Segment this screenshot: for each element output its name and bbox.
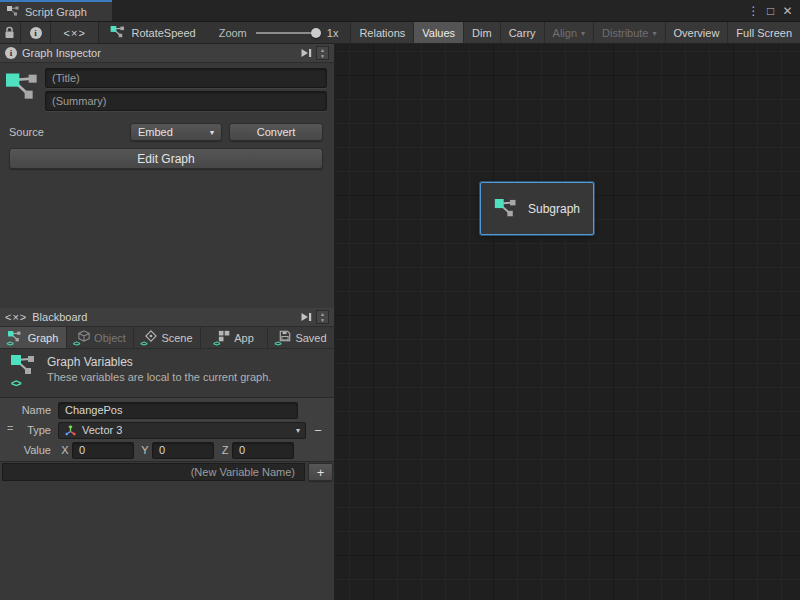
tab-saved-label: Saved (295, 332, 326, 344)
variable-item-changepos: Name = Type Vector 3 ▾ − Value X Y Z (0, 397, 334, 462)
x-value-input[interactable] (72, 442, 134, 459)
source-label: Source (9, 126, 130, 138)
code-view-button[interactable]: <×> (51, 22, 99, 43)
drag-handle[interactable]: = (7, 422, 13, 434)
align-label: Align (553, 27, 577, 39)
code-brackets-icon: <> (11, 378, 21, 389)
subgraph-icon (494, 199, 517, 219)
inspect-button[interactable]: i (21, 22, 51, 43)
saved-icon: <> (275, 330, 291, 345)
node-label: Subgraph (528, 202, 580, 216)
meta-fields (45, 68, 327, 112)
graph-title-input[interactable] (45, 68, 327, 88)
blackboard-icon: <×> (5, 311, 27, 323)
script-graph-window: Script Graph ⋮ □ ✕ i <×> RotateSpeed Zoo… (0, 0, 800, 600)
tab-strip: Script Graph ⋮ □ ✕ (0, 0, 800, 22)
graph-variables-icon: <> (8, 330, 24, 345)
full-screen-button[interactable]: Full Screen (727, 22, 800, 43)
graph-canvas[interactable]: Subgraph (335, 44, 800, 600)
tab-title: Script Graph (25, 6, 87, 18)
carry-button[interactable]: Carry (500, 22, 544, 43)
sidebar-panel: i Graph Inspector ▲ ▼ Source Em (0, 44, 335, 600)
breadcrumb-label: RotateSpeed (131, 27, 195, 39)
tab-app-label: App (234, 332, 254, 344)
menu-icon[interactable]: ⋮ (745, 4, 762, 18)
section-subtitle: These variables are local to the current… (47, 370, 271, 384)
lock-button[interactable] (0, 22, 21, 43)
add-variable-button[interactable]: + (308, 463, 333, 481)
code-brackets-icon: <> (213, 340, 219, 347)
code-brackets-icon: <> (140, 340, 146, 347)
scroll-spinner[interactable]: ▲ ▼ (316, 46, 329, 60)
name-label: Name (0, 404, 58, 416)
section-title: Graph Variables (47, 355, 271, 370)
graph-variables-text: Graph Variables These variables are loca… (47, 355, 271, 396)
tab-object[interactable]: <> Object (67, 327, 134, 349)
down-arrow-icon[interactable]: ▼ (320, 317, 325, 323)
source-row: Source Embed ▾ Convert (0, 120, 334, 144)
graph-inspector-title: Graph Inspector (22, 47, 101, 59)
code-brackets-icon: <> (73, 340, 79, 347)
x-label: X (58, 444, 72, 456)
new-variable-input[interactable] (2, 463, 305, 481)
scroll-spinner[interactable]: ▲ ▼ (316, 310, 329, 324)
z-label: Z (218, 444, 232, 456)
window-controls: ⋮ □ ✕ (745, 0, 800, 21)
z-value-input[interactable] (232, 442, 294, 459)
overview-button[interactable]: Overview (665, 22, 728, 43)
tab-graph[interactable]: <> Graph (0, 327, 67, 349)
blackboard-tabs: <> Graph <> Object <> Scene (0, 327, 334, 349)
zoom-slider-handle[interactable] (311, 28, 321, 38)
zoom-control: Zoom 1x (207, 22, 351, 43)
variable-name-input[interactable] (58, 402, 298, 419)
vector3-icon (64, 424, 77, 437)
graph-variables-header: <> Graph Variables These variables are l… (0, 349, 334, 396)
header-controls: ▲ ▼ (298, 310, 329, 324)
variable-type-dropdown[interactable]: Vector 3 ▾ (58, 422, 306, 439)
graph-summary-input[interactable] (45, 91, 327, 111)
node-subgraph[interactable]: Subgraph (480, 182, 594, 235)
relations-button[interactable]: Relations (350, 22, 413, 43)
convert-button[interactable]: Convert (229, 123, 323, 141)
dock-icon[interactable] (298, 310, 313, 324)
graph-variables-icon: <> (8, 355, 38, 389)
tab-app[interactable]: <> App (201, 327, 268, 349)
type-value: Vector 3 (82, 424, 122, 436)
chevron-down-icon: ▾ (653, 29, 657, 38)
maximize-icon[interactable]: □ (762, 4, 779, 18)
tab-object-label: Object (94, 332, 126, 344)
info-icon: i (30, 27, 42, 39)
zoom-slider[interactable] (256, 32, 318, 34)
tab-script-graph[interactable]: Script Graph (0, 0, 112, 21)
edit-graph-button[interactable]: Edit Graph (9, 148, 323, 169)
tab-saved[interactable]: <> Saved (268, 327, 334, 349)
graph-inspector-header: i Graph Inspector ▲ ▼ (0, 44, 334, 63)
align-button[interactable]: Align ▾ (544, 22, 593, 43)
remove-variable-button[interactable]: − (308, 423, 328, 438)
info-icon: i (5, 47, 17, 59)
distribute-button[interactable]: Distribute ▾ (593, 22, 664, 43)
tab-scene-label: Scene (161, 332, 192, 344)
zoom-value: 1x (327, 27, 339, 39)
variable-name-row: Name (0, 400, 334, 420)
close-icon[interactable]: ✕ (779, 4, 796, 18)
variable-type-row: = Type Vector 3 ▾ − (0, 420, 334, 440)
new-variable-row: + (0, 462, 334, 482)
header-controls: ▲ ▼ (298, 46, 329, 60)
app-icon: <> (214, 330, 230, 345)
dock-icon[interactable] (298, 46, 313, 60)
breadcrumb-rotatespeed[interactable]: RotateSpeed (99, 22, 206, 43)
dim-button[interactable]: Dim (463, 22, 500, 43)
source-dropdown[interactable]: Embed ▾ (130, 123, 222, 141)
variable-value-row: Value X Y Z (0, 440, 334, 460)
chevron-down-icon: ▾ (296, 426, 300, 435)
zoom-label: Zoom (219, 27, 247, 39)
tab-scene[interactable]: <> Scene (134, 327, 201, 349)
values-button[interactable]: Values (413, 22, 463, 43)
down-arrow-icon[interactable]: ▼ (320, 53, 325, 59)
cube-icon: <> (74, 330, 90, 345)
distribute-label: Distribute (602, 27, 648, 39)
y-value-input[interactable] (152, 442, 214, 459)
graph-node-icon (110, 26, 125, 39)
graph-toolbar: i <×> RotateSpeed Zoom 1x Relations Valu… (0, 22, 800, 44)
